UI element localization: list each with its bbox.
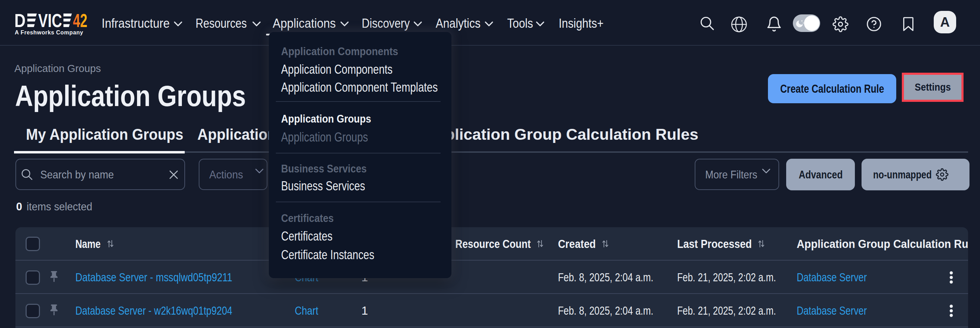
svg-text:42: 42 <box>73 10 87 28</box>
svg-text:D: D <box>14 10 25 28</box>
svg-text:VIC: VIC <box>38 10 62 28</box>
